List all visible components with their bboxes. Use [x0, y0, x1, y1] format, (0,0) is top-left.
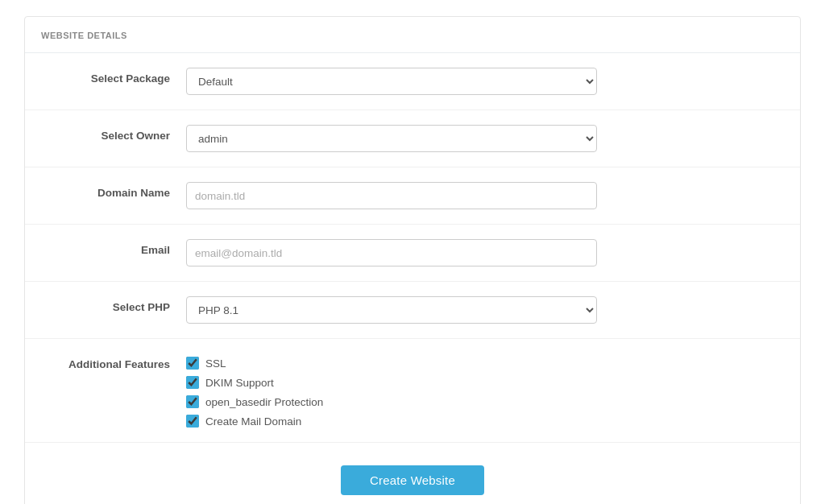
- open-basedir-label: open_basedir Protection: [205, 396, 323, 408]
- form-footer: Create Website: [25, 443, 800, 504]
- ssl-label: SSL: [205, 357, 226, 370]
- ssl-checkbox[interactable]: [186, 357, 199, 370]
- select-php-dropdown[interactable]: PHP 7.4 PHP 8.0 PHP 8.1 PHP 8.2: [186, 296, 597, 324]
- additional-features-wrap: SSL DKIM Support open_basedir Protection…: [186, 353, 597, 428]
- select-php-row: Select PHP PHP 7.4 PHP 8.0 PHP 8.1 PHP 8…: [25, 282, 800, 339]
- email-row: Email: [25, 225, 800, 282]
- mail-domain-checkbox-item[interactable]: Create Mail Domain: [186, 415, 597, 428]
- checkbox-group: SSL DKIM Support open_basedir Protection…: [186, 353, 597, 428]
- website-details-card: WEBSITE DETAILS Select Package Default B…: [24, 16, 801, 504]
- select-owner-row: Select Owner admin user1 user2: [25, 110, 800, 167]
- select-owner-label: Select Owner: [41, 125, 186, 142]
- additional-features-label: Additional Features: [41, 353, 186, 370]
- select-package-label: Select Package: [41, 68, 186, 85]
- domain-name-wrap: [186, 182, 597, 209]
- select-package-wrap: Default Basic Standard Premium: [186, 68, 597, 95]
- select-package-dropdown[interactable]: Default Basic Standard Premium: [186, 68, 597, 95]
- dkim-checkbox[interactable]: [186, 376, 199, 389]
- open-basedir-checkbox[interactable]: [186, 395, 199, 408]
- create-website-button[interactable]: Create Website: [341, 465, 484, 495]
- email-label: Email: [41, 239, 186, 256]
- dkim-checkbox-item[interactable]: DKIM Support: [186, 376, 597, 389]
- email-wrap: [186, 239, 597, 266]
- domain-name-label: Domain Name: [41, 182, 186, 199]
- domain-name-input[interactable]: [186, 182, 597, 209]
- open-basedir-checkbox-item[interactable]: open_basedir Protection: [186, 395, 597, 408]
- select-php-label: Select PHP: [41, 296, 186, 313]
- select-php-wrap: PHP 7.4 PHP 8.0 PHP 8.1 PHP 8.2: [186, 296, 597, 324]
- select-owner-dropdown[interactable]: admin user1 user2: [186, 125, 597, 152]
- mail-domain-label: Create Mail Domain: [205, 415, 301, 428]
- card-header-title: WEBSITE DETAILS: [41, 31, 127, 40]
- card-header: WEBSITE DETAILS: [25, 17, 800, 53]
- select-package-row: Select Package Default Basic Standard Pr…: [25, 53, 800, 110]
- page-container: WEBSITE DETAILS Select Package Default B…: [0, 0, 825, 504]
- mail-domain-checkbox[interactable]: [186, 415, 199, 428]
- additional-features-row: Additional Features SSL DKIM Support ope…: [25, 339, 800, 443]
- domain-name-row: Domain Name: [25, 167, 800, 225]
- email-input[interactable]: [186, 239, 597, 266]
- select-owner-wrap: admin user1 user2: [186, 125, 597, 152]
- ssl-checkbox-item[interactable]: SSL: [186, 357, 597, 370]
- dkim-label: DKIM Support: [205, 377, 274, 389]
